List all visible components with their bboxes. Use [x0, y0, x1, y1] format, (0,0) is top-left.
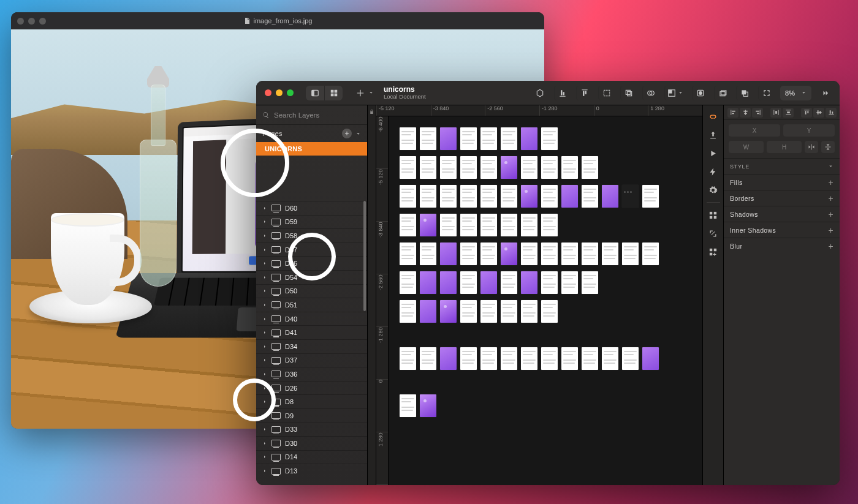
- inner-shadows-section[interactable]: Inner Shadows+: [724, 222, 840, 238]
- artboard-thumb[interactable]: [420, 243, 436, 265]
- style-section-header[interactable]: STYLE: [724, 158, 840, 174]
- flip-horizontal-button[interactable]: [805, 141, 818, 153]
- minimize-icon[interactable]: [276, 89, 283, 96]
- group-button[interactable]: [598, 86, 614, 100]
- view-button[interactable]: [758, 86, 774, 100]
- artboard-thumb[interactable]: [521, 347, 537, 370]
- artboard-thumb[interactable]: [541, 347, 558, 370]
- layer-row[interactable]: D51: [256, 298, 367, 312]
- artboard-thumb[interactable]: [501, 127, 517, 150]
- x-field[interactable]: X: [729, 124, 780, 137]
- artboard-thumb[interactable]: [642, 347, 659, 370]
- artboard-thumb[interactable]: [541, 156, 558, 179]
- search-layers-input[interactable]: Search Layers: [256, 105, 367, 125]
- layer-row[interactable]: D8: [256, 394, 367, 408]
- ruler-vertical[interactable]: -6 400-5 120-3 840-2 560-1 28001 280: [376, 116, 389, 485]
- artboard-thumb[interactable]: [561, 347, 578, 370]
- bring-front-button[interactable]: [736, 86, 752, 100]
- artboard-thumb[interactable]: [400, 214, 416, 236]
- layer-row[interactable]: D41: [256, 325, 367, 339]
- artboard-thumb[interactable]: [521, 271, 537, 294]
- layer-row[interactable]: D34: [256, 339, 367, 353]
- artboard-thumb[interactable]: [501, 214, 517, 236]
- layer-row[interactable]: D60: [256, 201, 367, 215]
- artboard-thumb[interactable]: [561, 243, 578, 265]
- artboard-thumb[interactable]: [582, 156, 598, 179]
- artboard-thumb[interactable]: [561, 271, 578, 294]
- artboard-thumb[interactable]: [541, 271, 558, 294]
- artboard-thumb[interactable]: [400, 300, 416, 323]
- align-top-button[interactable]: [801, 108, 812, 118]
- zoom-icon[interactable]: [287, 89, 294, 96]
- artboard-thumb[interactable]: [501, 185, 517, 208]
- artboard-thumb[interactable]: [602, 347, 618, 370]
- artboard-thumb[interactable]: [440, 243, 457, 265]
- layer-row[interactable]: D57: [256, 243, 367, 257]
- fills-section[interactable]: Fills+: [724, 174, 840, 190]
- artboard-thumb[interactable]: [541, 214, 558, 236]
- layer-list-view-button[interactable]: [306, 86, 324, 100]
- artboard-thumb[interactable]: [460, 127, 477, 150]
- align-vcenter-button[interactable]: [813, 108, 824, 118]
- align-button[interactable]: [554, 86, 570, 100]
- artboard-thumb[interactable]: [622, 347, 639, 370]
- artboard-thumb[interactable]: [582, 347, 598, 370]
- align-left-button[interactable]: [727, 108, 738, 118]
- artboard-thumb[interactable]: [521, 185, 537, 208]
- artboard-thumb[interactable]: [460, 347, 477, 370]
- artboard-thumb[interactable]: [480, 300, 497, 323]
- layer-row[interactable]: D37: [256, 353, 367, 367]
- tidy-button[interactable]: [705, 206, 721, 224]
- insert-button[interactable]: [352, 87, 378, 99]
- layer-row[interactable]: D54: [256, 270, 367, 284]
- artboard-thumb[interactable]: [521, 156, 537, 179]
- layer-row[interactable]: D33: [256, 423, 367, 437]
- add-border-button[interactable]: +: [828, 194, 833, 203]
- scale-button[interactable]: [664, 86, 686, 100]
- layer-row[interactable]: D58: [256, 228, 367, 243]
- minimize-icon[interactable]: [28, 18, 35, 24]
- artboard-thumb[interactable]: [400, 271, 416, 294]
- resize-artboard-button[interactable]: [705, 225, 721, 242]
- add-inner-shadow-button[interactable]: +: [828, 226, 833, 235]
- layer-row[interactable]: D56: [256, 256, 367, 270]
- artboard-thumb[interactable]: [501, 300, 517, 323]
- artboard-thumb[interactable]: [521, 127, 537, 150]
- artboard-thumb[interactable]: [460, 214, 477, 236]
- artboard-thumb[interactable]: [480, 347, 497, 370]
- artboard-thumb[interactable]: [582, 271, 598, 294]
- artboard-thumb[interactable]: [541, 185, 558, 208]
- add-blur-button[interactable]: +: [828, 242, 833, 250]
- artboard-thumb[interactable]: [420, 214, 436, 236]
- artboard-thumb[interactable]: [501, 156, 517, 179]
- layer-row[interactable]: D40: [256, 312, 367, 326]
- artboard-thumb[interactable]: [420, 394, 436, 417]
- artboard-thumb[interactable]: [480, 156, 497, 179]
- blur-section[interactable]: Blur+: [724, 238, 840, 254]
- close-icon[interactable]: [265, 89, 271, 96]
- make-grid-button[interactable]: [705, 243, 721, 260]
- toolbar-overflow-button[interactable]: [818, 86, 833, 100]
- artboard-thumb[interactable]: [501, 243, 517, 265]
- artboard-thumb[interactable]: [480, 185, 497, 208]
- preview-traffic-lights[interactable]: [11, 18, 46, 24]
- export-button[interactable]: [705, 126, 721, 143]
- artboard-thumb[interactable]: [480, 214, 497, 236]
- symbol-button[interactable]: [532, 86, 548, 100]
- canvas[interactable]: [389, 116, 702, 485]
- artboard-thumb[interactable]: [521, 243, 537, 265]
- artboard-thumb[interactable]: [541, 127, 558, 150]
- preview-play-button[interactable]: [705, 145, 721, 162]
- distribute-button[interactable]: [576, 86, 592, 100]
- zoom-control[interactable]: 8%: [780, 86, 811, 100]
- rotate-copies-button[interactable]: [714, 86, 730, 100]
- distribute-h-button[interactable]: [770, 108, 781, 118]
- sketch-traffic-lights[interactable]: [256, 89, 302, 96]
- artboard-thumb[interactable]: [622, 185, 639, 208]
- add-shadow-button[interactable]: +: [828, 210, 833, 219]
- layer-list[interactable]: D60D59D58D57D56D54D50D51D40D41D34D37D36D…: [256, 201, 367, 485]
- artboard-thumb[interactable]: [460, 243, 477, 265]
- artboard-thumb[interactable]: [460, 185, 477, 208]
- ruler-horizontal[interactable]: -5 120-3 840-2 560-1 28001 280: [376, 105, 702, 116]
- artboard-thumb[interactable]: [420, 185, 436, 208]
